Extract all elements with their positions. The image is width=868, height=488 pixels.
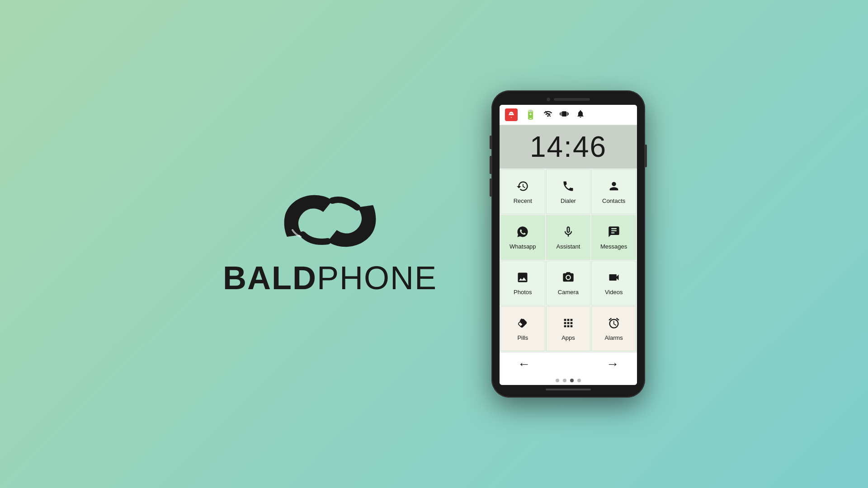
whatsapp-label: Whatsapp xyxy=(509,243,536,250)
silent-button[interactable] xyxy=(490,178,491,197)
app-dialer[interactable]: Dialer xyxy=(546,169,591,214)
volume-up-button[interactable] xyxy=(490,136,491,149)
phone-bottom xyxy=(546,385,591,392)
app-camera[interactable]: Camera xyxy=(546,261,591,305)
app-whatsapp[interactable]: Whatsapp xyxy=(500,215,545,260)
camera-label: Camera xyxy=(558,289,579,296)
clock-area: 14:46 xyxy=(500,125,637,169)
app-videos[interactable]: Videos xyxy=(591,261,636,305)
home-bar[interactable] xyxy=(546,389,591,390)
volume-down-button[interactable] xyxy=(490,156,491,174)
assistant-label: Assistant xyxy=(557,243,580,250)
phone-device: 🔋 xyxy=(491,90,645,398)
pills-icon xyxy=(516,317,529,333)
assistant-icon xyxy=(562,225,575,241)
recent-label: Recent xyxy=(514,197,532,204)
power-button[interactable] xyxy=(645,145,647,167)
speaker-bar xyxy=(554,98,590,101)
app-pills[interactable]: Pills xyxy=(500,306,545,351)
dot-2 xyxy=(563,379,566,382)
nav-bar: ← → xyxy=(500,352,637,376)
alarm-status-icon xyxy=(505,108,518,121)
contacts-icon xyxy=(608,180,620,196)
camera-dot xyxy=(547,98,550,101)
photos-label: Photos xyxy=(514,289,532,296)
recent-icon xyxy=(516,180,529,196)
status-bar: 🔋 xyxy=(500,105,637,125)
apps-label: Apps xyxy=(561,334,575,341)
app-apps[interactable]: Apps xyxy=(546,306,591,351)
messages-label: Messages xyxy=(600,243,627,250)
dialer-icon xyxy=(562,180,575,196)
dialer-label: Dialer xyxy=(561,197,576,204)
brand-name: BALDPHONE xyxy=(223,259,437,296)
app-photos[interactable]: Photos xyxy=(500,261,545,305)
videos-label: Videos xyxy=(605,289,623,296)
brand-section: BALDPHONE xyxy=(223,192,437,296)
dot-3 xyxy=(570,379,574,382)
app-alarms[interactable]: Alarms xyxy=(591,306,636,351)
svg-point-0 xyxy=(511,113,511,114)
page-dots xyxy=(500,376,637,385)
messages-icon xyxy=(608,225,620,241)
bell-icon xyxy=(576,109,585,121)
forward-button[interactable]: → xyxy=(606,357,619,371)
clock-time: 14:46 xyxy=(507,132,630,161)
whatsapp-icon xyxy=(516,225,529,241)
alarms-label: Alarms xyxy=(604,334,623,341)
contacts-label: Contacts xyxy=(602,197,625,204)
videos-icon xyxy=(608,271,620,287)
phone-top-bar xyxy=(497,96,640,105)
vibrate-icon xyxy=(560,109,569,121)
page-container: BALDPHONE 🔋 xyxy=(0,0,868,488)
back-button[interactable]: ← xyxy=(518,357,530,371)
app-grid: Recent Dialer Co xyxy=(500,169,637,352)
app-contacts[interactable]: Contacts xyxy=(591,169,636,214)
brand-light: PHONE xyxy=(317,260,437,296)
dot-4 xyxy=(577,379,581,382)
photos-icon xyxy=(516,271,529,287)
camera-icon xyxy=(562,271,575,287)
alarms-icon xyxy=(608,317,620,333)
pills-label: Pills xyxy=(517,334,528,341)
brand-bold: BALD xyxy=(223,260,317,296)
app-assistant[interactable]: Assistant xyxy=(546,215,591,260)
dot-1 xyxy=(556,379,559,382)
app-recent[interactable]: Recent xyxy=(500,169,545,214)
app-messages[interactable]: Messages xyxy=(591,215,636,260)
phone-screen: 🔋 xyxy=(500,105,637,385)
apps-icon xyxy=(562,317,575,333)
signal-icon xyxy=(543,109,552,121)
handset-icon xyxy=(278,192,382,250)
battery-icon: 🔋 xyxy=(525,109,536,120)
